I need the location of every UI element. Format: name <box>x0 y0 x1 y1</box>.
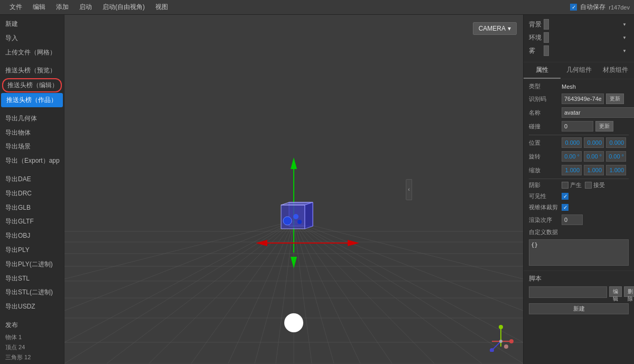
collision-update-btn[interactable]: 更新 <box>595 121 613 132</box>
shadow-receive-checkbox[interactable] <box>585 182 592 189</box>
3d-viewport[interactable]: CAMERA ▾ ‹ <box>64 15 523 364</box>
name-input[interactable] <box>562 107 634 118</box>
sidebar-item-export-scene[interactable]: 导出场景 <box>0 139 64 154</box>
scale-y-input[interactable] <box>584 165 604 175</box>
menu-start[interactable]: 启动 <box>74 0 97 14</box>
rot-x-input[interactable] <box>562 151 582 162</box>
rot-y-input[interactable] <box>584 151 604 162</box>
menu-edit[interactable]: 编辑 <box>27 0 51 14</box>
autosave-area: ✓ 自动保存 r147dev <box>570 3 630 12</box>
panel-collapse-handle[interactable]: ‹ <box>406 179 412 200</box>
rotation-label: 旋转 <box>529 153 560 161</box>
grid-background <box>64 15 523 363</box>
script-new-btn[interactable]: 新建 <box>529 303 629 314</box>
scale-x-input[interactable] <box>562 165 582 175</box>
menu-start-free[interactable]: 启动(自由视角) <box>97 0 150 14</box>
autosave-checkbox[interactable]: ✓ <box>570 4 577 11</box>
bg-select-wrapper <box>544 19 629 30</box>
sidebar-item-push-preview[interactable]: 推送头榜（预览） <box>0 63 64 78</box>
fog-label: 雾 <box>529 46 544 55</box>
collision-input[interactable] <box>562 121 593 132</box>
sidebar-item-export-obj-item[interactable]: 导出物体 <box>0 126 64 140</box>
env-select-wrapper <box>544 32 629 43</box>
sidebar-item-export-drc[interactable]: 导出DRC <box>0 186 64 201</box>
script-edit-btn[interactable]: 编辑 <box>609 286 622 297</box>
pos-z-input[interactable] <box>606 137 626 148</box>
frustum-checkbox[interactable]: ✓ <box>562 204 568 211</box>
sidebar-item-push-work[interactable]: 推送头榜（作品） <box>1 93 63 107</box>
type-value: Mesh <box>562 83 629 90</box>
shadow-receive-label: 接受 <box>593 181 605 189</box>
bg-select[interactable] <box>544 19 549 30</box>
sidebar-item-export-ply[interactable]: 导出PLY <box>0 243 64 257</box>
sidebar-item-export-geo[interactable]: 导出几何体 <box>0 111 64 126</box>
id-row: 识别码 更新 <box>529 94 629 104</box>
shadow-row: 阴影 产生 接受 <box>529 181 629 189</box>
sidebar-item-upload[interactable]: 上传文件（网格） <box>0 45 64 60</box>
sidebar-item-publish[interactable]: 发布 <box>0 318 64 332</box>
shadow-cast-checkbox[interactable] <box>562 182 568 189</box>
shadow-cast-label: 产生 <box>570 181 582 189</box>
sidebar-item-export-stl-bin[interactable]: 导出STL(二进制) <box>0 285 64 300</box>
script-input-row: 编辑 删除 <box>529 286 629 298</box>
id-update-btn[interactable]: 更新 <box>606 94 624 104</box>
visible-label: 可见性 <box>529 192 560 200</box>
shadow-receive-item: 接受 <box>585 181 605 189</box>
sidebar-item-export-app[interactable]: 导出（Export）app <box>0 154 64 168</box>
sidebar: 新建 导入 上传文件（网格） 推送头榜（预览） 推送头榜（编辑） 推送头榜（作品… <box>0 15 64 364</box>
custom-data-textarea[interactable]: {} <box>529 239 629 266</box>
camera-label: CAMERA <box>479 25 506 32</box>
svg-point-51 <box>504 344 508 349</box>
sidebar-item-push-edit[interactable]: 推送头榜（编辑） <box>2 78 62 92</box>
tab-geo-component[interactable]: 几何组件 <box>561 62 598 79</box>
collision-label: 碰撞 <box>529 123 560 130</box>
svg-point-41 <box>283 217 292 225</box>
visible-checkbox[interactable]: ✓ <box>562 193 568 200</box>
collision-row: 碰撞 更新 <box>529 121 629 132</box>
custom-data-label: 自定义数据 <box>529 228 560 236</box>
env-select[interactable] <box>544 32 549 43</box>
id-input[interactable] <box>562 94 604 104</box>
sidebar-item-export-stl[interactable]: 导出STL <box>0 272 64 286</box>
sidebar-item-export-usdz[interactable]: 导出USDZ <box>0 300 64 314</box>
type-label: 类型 <box>529 82 560 90</box>
name-row: 名称 <box>529 107 629 118</box>
autosave-label: 自动保存 <box>580 3 605 12</box>
script-input[interactable] <box>529 286 607 298</box>
sidebar-item-export-glb[interactable]: 导出GLB <box>0 201 64 215</box>
sidebar-item-export-ply-bin[interactable]: 导出PLY(二进制) <box>0 257 64 272</box>
svg-marker-40 <box>305 202 313 229</box>
sidebar-item-new[interactable]: 新建 <box>0 17 64 31</box>
menu-add[interactable]: 添加 <box>51 0 74 14</box>
sidebar-item-export-dae[interactable]: 导出DAE <box>0 172 64 186</box>
script-delete-btn[interactable]: 删除 <box>624 286 634 297</box>
divider-1 <box>529 135 629 135</box>
svg-line-48 <box>493 341 501 349</box>
frustum-label: 视锥体裁剪 <box>529 203 560 211</box>
rot-z-input[interactable] <box>606 151 626 162</box>
tab-material-component[interactable]: 材质组件 <box>597 62 634 79</box>
svg-point-45 <box>499 325 503 329</box>
pos-x-input[interactable] <box>562 137 582 148</box>
stat-objects: 物体 1 <box>0 332 64 342</box>
script-label: 脚本 <box>529 274 629 283</box>
pos-y-input[interactable] <box>584 137 604 148</box>
render-order-input[interactable] <box>562 214 583 225</box>
menu-file[interactable]: 文件 <box>4 0 27 14</box>
bg-row: 背景 <box>529 19 629 30</box>
frustum-row: 视锥体裁剪 ✓ <box>529 203 629 211</box>
sidebar-item-import[interactable]: 导入 <box>0 31 64 45</box>
render-order-row: 渲染次序 <box>529 214 629 225</box>
scale-z-input[interactable] <box>606 165 626 175</box>
svg-point-50 <box>499 340 502 343</box>
camera-button[interactable]: CAMERA ▾ <box>473 22 517 35</box>
sidebar-item-export-gltf[interactable]: 导出GLTF <box>0 214 64 229</box>
tab-properties[interactable]: 属性 <box>524 62 561 79</box>
fog-select[interactable] <box>544 45 549 56</box>
sidebar-item-export-obj[interactable]: 导出OBJ <box>0 229 64 243</box>
properties-section: 类型 Mesh 识别码 更新 名称 碰撞 更新 <box>524 79 634 270</box>
playback-sphere[interactable] <box>284 313 303 332</box>
menu-view[interactable]: 视图 <box>150 0 173 14</box>
scale-label: 缩放 <box>529 166 560 174</box>
shadow-cast-item: 产生 <box>562 181 582 189</box>
